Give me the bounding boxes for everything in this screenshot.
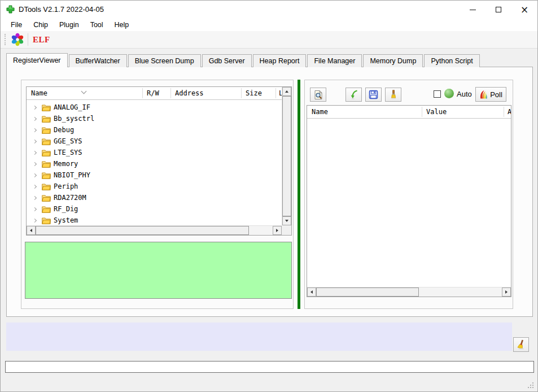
toolbar-drag-handle[interactable] [5, 34, 6, 45]
expander-chevron-icon[interactable] [33, 116, 37, 120]
tab-python-script[interactable]: Python Script [424, 54, 479, 67]
register-tree: Name R/W Address Size L ANALOG_IF Bb_sys… [26, 86, 292, 236]
watch-col-name[interactable]: Name [307, 106, 422, 119]
vertical-splitter[interactable] [298, 80, 300, 309]
scroll-thumb[interactable] [316, 288, 419, 297]
color-pinwheel-icon[interactable] [11, 33, 24, 46]
expander-chevron-icon[interactable] [33, 195, 37, 199]
tree-item-label: GGE_SYS [54, 137, 82, 145]
auto-checkbox[interactable] [434, 90, 441, 98]
resize-grip-icon[interactable] [532, 387, 533, 388]
preview-button[interactable] [310, 88, 326, 102]
folder-icon [42, 183, 51, 190]
menu-plugin[interactable]: Plugin [54, 19, 85, 31]
tab-memory-dump[interactable]: Memory Dump [363, 54, 423, 67]
tab-blue-screen-dump[interactable]: Blue Screen Dump [128, 54, 201, 67]
tree-item-label: RDA2720M [54, 194, 86, 202]
tab-registerviewer[interactable]: RegisterViewer [6, 53, 68, 67]
scroll-down-button[interactable] [282, 216, 291, 225]
tree-col-truncated[interactable]: L [275, 87, 282, 100]
folder-icon [42, 104, 51, 111]
scroll-left-button[interactable] [307, 288, 316, 297]
tab-bufferwatcher[interactable]: BufferWatcher [69, 54, 127, 67]
tree-row-gge-sys[interactable]: GGE_SYS [27, 136, 282, 147]
expander-chevron-icon[interactable] [33, 162, 37, 165]
watch-table-body[interactable] [307, 119, 511, 287]
scroll-thumb[interactable] [282, 96, 291, 216]
tree-item-label: Bb_sysctrl [54, 115, 94, 123]
title-bar: DTools V2.1.7 2022-04-05 × [1, 1, 537, 19]
floppy-disk-icon [369, 90, 378, 99]
expander-chevron-icon[interactable] [33, 173, 37, 177]
document-search-icon [313, 90, 323, 100]
scroll-right-button[interactable] [502, 288, 511, 297]
log-message-box [6, 323, 512, 351]
tree-row-periph[interactable]: Periph [27, 181, 282, 192]
clear-log-button[interactable] [513, 337, 529, 352]
tree-header[interactable]: Name R/W Address Size L [27, 87, 282, 100]
refresh-button[interactable] [345, 88, 362, 102]
watch-table-header[interactable]: Name Value A [307, 106, 511, 119]
menu-bar: File Chip Plugin Tool Help [1, 19, 537, 31]
watch-col-value[interactable]: Value [422, 106, 504, 119]
tab-file-manager[interactable]: File Manager [307, 54, 362, 67]
close-button[interactable]: × [511, 1, 537, 19]
tab-bar: RegisterViewer BufferWatcher Blue Screen… [6, 53, 481, 67]
tab-heap-report[interactable]: Heap Report [253, 54, 307, 67]
tree-item-label: RF_Dig [54, 205, 78, 213]
tree-horizontal-scrollbar[interactable] [27, 225, 282, 235]
tree-row-system[interactable]: System [27, 215, 282, 225]
tree-row-analog-if[interactable]: ANALOG_IF [27, 102, 282, 113]
brush-button[interactable] [385, 88, 401, 102]
folder-icon [42, 172, 51, 179]
menu-chip[interactable]: Chip [28, 19, 54, 31]
expander-chevron-icon[interactable] [33, 218, 37, 222]
tree-item-label: Debug [54, 126, 74, 134]
tree-row-bb-sysctrl[interactable]: Bb_sysctrl [27, 113, 282, 124]
tree-row-rda2720m[interactable]: RDA2720M [27, 192, 282, 203]
tree-row-rf-dig[interactable]: RF_Dig [27, 203, 282, 215]
watch-horizontal-scrollbar[interactable] [307, 287, 511, 297]
scroll-left-button[interactable] [27, 226, 36, 235]
poll-button[interactable]: Poll [475, 87, 506, 102]
folder-icon [42, 138, 51, 145]
save-button[interactable] [365, 88, 382, 102]
tree-rows: ANALOG_IF Bb_sysctrl Debug GGE_SYS LTE_S [27, 100, 282, 225]
expander-chevron-icon[interactable] [33, 105, 37, 109]
tree-col-address[interactable]: Address [170, 87, 241, 100]
menu-file[interactable]: File [5, 19, 28, 31]
tree-row-lte-sys[interactable]: LTE_SYS [27, 147, 282, 158]
status-input[interactable] [5, 361, 534, 373]
scrollbar-corner [282, 225, 291, 235]
minimize-button[interactable] [460, 1, 485, 19]
scroll-thumb[interactable] [36, 226, 249, 235]
tree-row-memory[interactable]: Memory [27, 158, 282, 169]
expander-chevron-icon[interactable] [33, 150, 37, 154]
menu-help[interactable]: Help [109, 19, 135, 31]
maximize-button[interactable] [485, 1, 511, 19]
auto-label: Auto [457, 90, 472, 98]
folder-icon [42, 194, 51, 202]
tab-gdb-server[interactable]: Gdb Server [202, 54, 252, 67]
expander-chevron-icon[interactable] [33, 207, 37, 211]
tree-col-rw[interactable]: R/W [142, 87, 170, 100]
watch-col-truncated[interactable]: A [504, 106, 511, 119]
elf-toolbar-button[interactable]: ELF [33, 35, 50, 45]
expander-chevron-icon[interactable] [33, 139, 37, 143]
tree-item-label: ANALOG_IF [54, 103, 90, 111]
scroll-right-button[interactable] [273, 226, 282, 235]
tree-item-label: Periph [54, 182, 78, 190]
tree-row-nbiot-phy[interactable]: NBIOT_PHY [27, 169, 282, 181]
window-title: DTools V2.1.7 2022-04-05 [19, 1, 104, 19]
poll-label: Poll [490, 90, 502, 99]
tree-col-size[interactable]: Size [241, 87, 275, 100]
broom-icon [516, 339, 526, 350]
expander-chevron-icon[interactable] [33, 128, 37, 132]
expander-chevron-icon[interactable] [33, 184, 37, 188]
tree-row-debug[interactable]: Debug [27, 124, 282, 136]
menu-tool[interactable]: Tool [85, 19, 109, 31]
tree-vertical-scrollbar[interactable] [282, 87, 291, 225]
scroll-up-button[interactable] [282, 87, 291, 96]
paint-brush-icon [389, 90, 398, 99]
green-arrow-icon [349, 90, 358, 99]
